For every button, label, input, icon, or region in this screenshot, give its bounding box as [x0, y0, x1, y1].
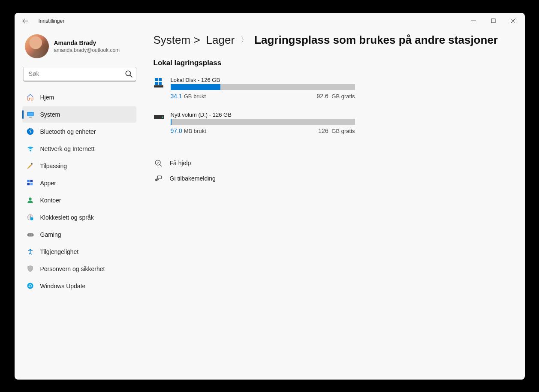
sidebar-item-gaming[interactable]: Gaming: [22, 226, 136, 243]
svg-rect-0: [491, 19, 495, 23]
sidebar-item-accessibility[interactable]: Tilgjengelighet: [22, 244, 136, 260]
breadcrumb-system[interactable]: System >: [154, 33, 200, 47]
sidebar-item-label: Gaming: [40, 231, 61, 238]
svg-rect-21: [155, 82, 158, 85]
search-input[interactable]: [29, 70, 125, 77]
sidebar-item-label: Klokkeslett og språk: [40, 214, 94, 221]
svg-rect-22: [159, 82, 162, 85]
minimize-icon: [471, 18, 476, 23]
svg-point-25: [162, 116, 163, 118]
svg-rect-20: [159, 78, 162, 81]
svg-rect-9: [27, 183, 30, 186]
drive-title: Lokal Disk - 126 GB: [171, 77, 355, 83]
section-title: Lokal lagringsplass: [154, 59, 512, 67]
gaming-icon: [27, 231, 34, 238]
sidebar-item-label: Tilgjengelighet: [40, 248, 79, 255]
svg-point-1: [126, 71, 130, 75]
avatar: [25, 34, 49, 58]
sidebar-item-label: System: [40, 111, 60, 118]
settings-window: Innstillinger Amanda Brady amanda.brady@…: [15, 13, 525, 380]
accessibility-icon: [27, 248, 34, 256]
svg-rect-23: [154, 85, 163, 87]
sidebar-item-label: Tilpassing: [40, 163, 67, 169]
feedback-label: Gi tilbakemelding: [170, 175, 216, 182]
drive-progress: [171, 84, 355, 90]
svg-point-15: [29, 234, 30, 235]
sidebar-item-bluetooth[interactable]: Bluetooth og enheter: [22, 124, 136, 140]
svg-point-13: [30, 217, 33, 220]
drive-progress-fill: [171, 119, 172, 125]
sidebar-item-time-language[interactable]: Klokkeslett og språk: [22, 209, 136, 226]
drive-title: Nytt volum (D:) - 126 GB: [171, 112, 355, 118]
main-content: System > Lager 〉 Lagringsplass som bruke…: [143, 29, 525, 380]
svg-text:?: ?: [157, 160, 159, 164]
drive-free: 126 GB gratis: [318, 127, 355, 134]
update-icon: [27, 282, 34, 290]
maximize-icon: [491, 18, 496, 23]
svg-rect-19: [155, 78, 158, 81]
sidebar-item-personalization[interactable]: Tilpassing: [22, 158, 136, 174]
sidebar-item-label: Kontoer: [40, 197, 61, 204]
network-icon: [27, 145, 34, 153]
sidebar-item-update[interactable]: Windows Update: [22, 278, 136, 294]
svg-rect-29: [157, 176, 161, 179]
breadcrumb-storage[interactable]: Lager: [206, 33, 235, 47]
shield-icon: [27, 265, 34, 273]
svg-rect-4: [29, 117, 32, 118]
arrow-left-icon: [22, 18, 28, 24]
profile-email: amanda.brady@outlook.com: [54, 47, 120, 53]
close-button[interactable]: [503, 13, 523, 29]
sidebar-item-label: Personvern og sikkerhet: [40, 265, 105, 272]
profile-name: Amanda Brady: [54, 39, 120, 46]
chevron-right-icon: 〉: [241, 35, 248, 45]
minimize-button[interactable]: [464, 13, 484, 29]
sidebar-item-home[interactable]: Hjem: [22, 89, 136, 106]
drive-volume-d[interactable]: Nytt volum (D:) - 126 GB 97.0MB brukt 12…: [154, 112, 512, 134]
svg-rect-14: [27, 233, 33, 237]
sidebar-item-accounts[interactable]: Kontoer: [22, 192, 136, 208]
drive-disk-icon: [154, 112, 166, 124]
svg-rect-7: [27, 180, 30, 182]
window-title: Innstillinger: [39, 18, 65, 24]
help-icon: ?: [154, 158, 163, 168]
sidebar-item-system[interactable]: System: [22, 106, 136, 123]
sidebar-item-label: Windows Update: [40, 283, 86, 289]
titlebar: Innstillinger: [15, 13, 525, 29]
apps-icon: [27, 179, 34, 187]
accounts-icon: [27, 196, 34, 204]
svg-rect-10: [30, 183, 33, 186]
drive-used: 97.0MB brukt: [171, 127, 206, 134]
sidebar-item-network[interactable]: Nettverk og Internett: [22, 141, 136, 157]
maximize-button[interactable]: [484, 13, 503, 29]
svg-point-17: [30, 249, 31, 250]
system-icon: [27, 111, 34, 118]
personalization-icon: [27, 162, 34, 170]
back-button[interactable]: [21, 16, 30, 26]
feedback-link[interactable]: Gi tilbakemelding: [154, 174, 512, 183]
sidebar-item-apps[interactable]: Apper: [22, 175, 136, 191]
search-icon: [125, 70, 132, 78]
nav: Hjem System Bluetooth og enheter Nettver…: [22, 89, 143, 294]
sidebar-item-privacy[interactable]: Personvern og sikkerhet: [22, 261, 136, 277]
drive-local[interactable]: Lokal Disk - 126 GB 34.1GB brukt 92.6 GB…: [154, 77, 512, 100]
breadcrumb-current: Lagringsplass som brukes på andre stasjo…: [254, 33, 498, 47]
svg-point-11: [29, 197, 31, 200]
help-label: Få hjelp: [170, 160, 191, 166]
get-help-link[interactable]: ? Få hjelp: [154, 158, 512, 168]
close-icon: [511, 18, 515, 23]
sidebar-item-label: Nettverk og Internett: [40, 145, 95, 152]
drive-used: 34.1GB brukt: [171, 93, 206, 100]
sidebar-item-label: Apper: [40, 180, 56, 187]
time-icon: [27, 214, 34, 221]
svg-point-28: [155, 178, 157, 181]
drive-windows-icon: [154, 77, 166, 89]
bluetooth-icon: [27, 128, 34, 136]
svg-point-16: [31, 234, 32, 235]
drive-progress: [171, 119, 355, 125]
svg-rect-3: [27, 112, 33, 116]
breadcrumb: System > Lager 〉 Lagringsplass som bruke…: [154, 33, 512, 47]
home-icon: [27, 93, 34, 101]
search-box[interactable]: [23, 67, 136, 81]
sidebar-item-label: Bluetooth og enheter: [40, 128, 96, 135]
profile-block[interactable]: Amanda Brady amanda.brady@outlook.com: [22, 32, 143, 64]
